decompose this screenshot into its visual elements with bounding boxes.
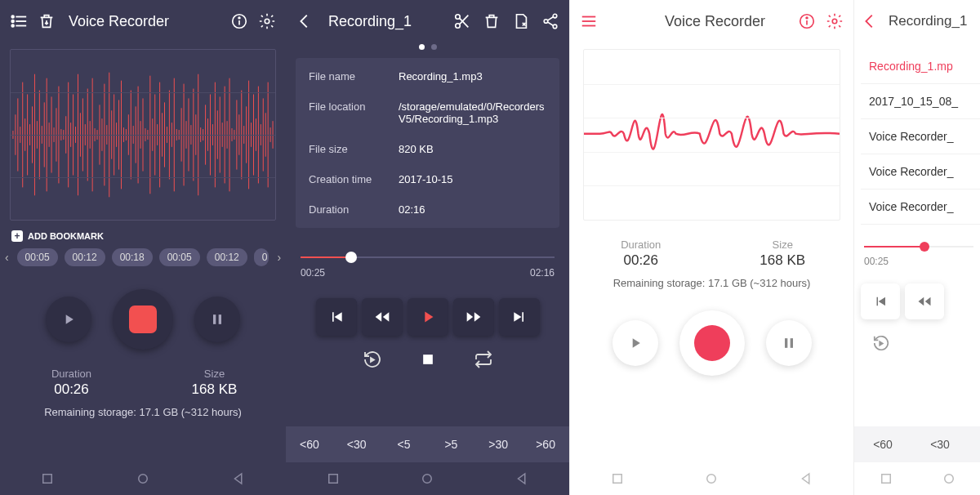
nav-recent-icon[interactable] — [610, 471, 625, 486]
back-icon[interactable] — [296, 12, 314, 30]
skip-fwd-60[interactable]: >60 — [522, 426, 569, 462]
add-bookmark-button[interactable]: + ADD BOOKMARK — [11, 230, 274, 242]
seek-thumb[interactable] — [345, 252, 357, 263]
back-icon[interactable] — [861, 12, 879, 30]
svg-rect-146 — [881, 475, 890, 484]
bookmark-pill[interactable]: 0 — [254, 248, 270, 266]
previous-button[interactable] — [861, 283, 900, 319]
creation-time-label: Creation time — [309, 173, 399, 185]
bookmark-pill[interactable]: 00:12 — [65, 248, 105, 266]
nav-back-icon[interactable] — [514, 471, 529, 486]
record-button[interactable] — [679, 310, 745, 376]
svg-point-0 — [11, 16, 14, 18]
nav-recent-icon[interactable] — [326, 471, 341, 486]
nav-recent-icon[interactable] — [40, 471, 55, 486]
seek-bar[interactable] — [864, 239, 973, 254]
recording-title: Recording_1 — [328, 13, 412, 30]
play-button[interactable] — [408, 298, 448, 336]
recorder-dark-screen: Voice Recorder + ADD BOOKMARK ‹ 00:05 00… — [0, 0, 286, 495]
gear-icon[interactable] — [258, 12, 276, 30]
svg-point-147 — [944, 475, 953, 484]
chevron-left-icon[interactable]: ‹ — [3, 251, 11, 264]
play-button[interactable] — [46, 297, 91, 342]
recordings-list: Recording_1.mp 2017_10_15_08_ Voice Reco… — [861, 49, 980, 225]
bookmark-pill[interactable]: 00:05 — [159, 248, 200, 266]
creation-time-value: 2017-10-15 — [399, 173, 546, 185]
trash-restore-icon[interactable] — [38, 12, 56, 30]
plus-icon: + — [11, 230, 23, 242]
nav-home-icon[interactable] — [136, 471, 150, 486]
skip-bar: <60 <30 <5 >5 >30 >60 — [286, 426, 569, 462]
skip-back-30[interactable]: <30 — [333, 426, 381, 462]
seek-total: 02:16 — [530, 267, 555, 279]
nav-home-icon[interactable] — [942, 471, 956, 486]
svg-rect-120 — [219, 314, 221, 324]
nav-home-icon[interactable] — [420, 471, 434, 486]
bookmark-pill[interactable]: 00:12 — [207, 248, 247, 266]
svg-rect-132 — [423, 355, 433, 364]
skip-bar: <60 <30 — [854, 426, 980, 462]
bookmark-row[interactable]: ‹ 00:05 00:12 00:18 00:05 00:12 0 › — [0, 245, 286, 270]
menu-icon[interactable] — [580, 12, 598, 30]
remaining-storage: Remaining storage: 17.1 GB (~312 hours) — [0, 406, 286, 418]
remaining-storage: Remaining storage: 17.1 GB (~312 hours) — [570, 277, 853, 289]
duration-label: Duration — [309, 203, 399, 216]
add-bookmark-label: ADD BOOKMARK — [28, 231, 104, 241]
record-stop-button[interactable] — [113, 289, 173, 350]
pause-button[interactable] — [766, 320, 812, 366]
svg-point-124 — [456, 24, 461, 29]
pause-button[interactable] — [194, 297, 240, 342]
playback-controls — [861, 283, 980, 319]
skip-back-5[interactable]: <5 — [381, 426, 428, 462]
android-navbar — [0, 462, 286, 495]
cut-icon[interactable] — [453, 12, 471, 30]
chevron-right-icon[interactable]: › — [275, 251, 283, 264]
record-icon — [129, 305, 157, 333]
topbar: Voice Recorder — [570, 0, 853, 42]
skip-back-60[interactable]: <60 — [286, 426, 333, 462]
edit-icon[interactable] — [512, 12, 530, 30]
menu-icon[interactable] — [10, 12, 28, 30]
file-info-card: File nameRecording_1.mp3 File location/s… — [296, 58, 559, 228]
duration-value: 00:26 — [570, 252, 712, 269]
list-item[interactable]: Voice Recorder_ — [861, 190, 980, 225]
gear-icon[interactable] — [826, 12, 844, 30]
seek-bar[interactable] — [301, 249, 555, 265]
stop-icon[interactable] — [416, 347, 440, 372]
svg-rect-142 — [785, 338, 787, 348]
skip-back-60[interactable]: <60 — [854, 426, 911, 462]
duration-value: 02:16 — [399, 203, 546, 216]
list-item-selected[interactable]: Recording_1.mp — [861, 49, 980, 84]
repeat-icon[interactable] — [471, 347, 496, 372]
bookmark-pill[interactable]: 00:05 — [17, 248, 58, 266]
rewind-button[interactable] — [362, 298, 403, 336]
nav-home-icon[interactable] — [704, 471, 719, 486]
next-button[interactable] — [499, 298, 540, 336]
list-item[interactable]: Voice Recorder_ — [861, 119, 980, 154]
skip-fwd-5[interactable]: >5 — [427, 426, 474, 462]
previous-button[interactable] — [316, 298, 357, 336]
seek-thumb[interactable] — [920, 242, 929, 252]
svg-rect-121 — [43, 475, 52, 484]
rewind-button[interactable] — [905, 283, 944, 319]
list-item[interactable]: Voice Recorder_ — [861, 154, 980, 190]
skip-fwd-30[interactable]: >30 — [474, 426, 522, 462]
replay-icon[interactable] — [360, 347, 385, 372]
info-icon[interactable] — [230, 12, 248, 30]
nav-back-icon[interactable] — [799, 471, 813, 486]
svg-rect-133 — [329, 475, 338, 484]
info-icon[interactable] — [798, 12, 816, 30]
forward-button[interactable] — [453, 298, 494, 336]
play-button[interactable] — [612, 320, 658, 366]
svg-point-141 — [832, 19, 837, 24]
nav-recent-icon[interactable] — [879, 471, 893, 486]
delete-icon[interactable] — [483, 12, 501, 30]
svg-point-145 — [707, 475, 716, 484]
replay-icon[interactable] — [869, 331, 893, 355]
share-icon[interactable] — [541, 12, 559, 30]
skip-back-30[interactable]: <30 — [911, 426, 969, 462]
nav-back-icon[interactable] — [231, 471, 246, 486]
file-name-label: File name — [309, 70, 399, 82]
list-item[interactable]: 2017_10_15_08_ — [861, 84, 980, 119]
bookmark-pill[interactable]: 00:18 — [112, 248, 153, 266]
